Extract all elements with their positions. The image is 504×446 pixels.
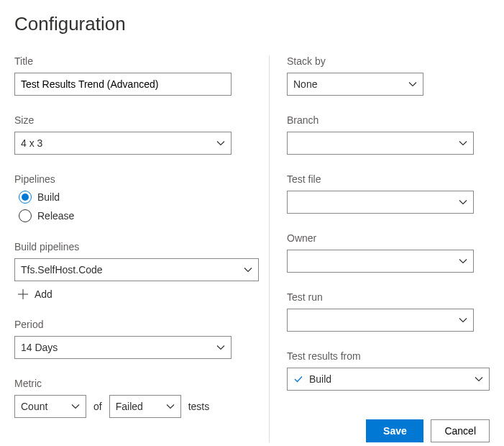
test-file-select[interactable] xyxy=(287,191,474,214)
results-from-label: Test results from xyxy=(287,350,490,362)
chevron-down-icon xyxy=(244,265,252,274)
stack-by-label: Stack by xyxy=(287,55,490,67)
size-value: 4 x 3 xyxy=(21,137,216,149)
build-pipelines-label: Build pipelines xyxy=(14,241,247,252)
size-select[interactable]: 4 x 3 xyxy=(14,132,232,155)
period-label: Period xyxy=(14,319,247,330)
chevron-down-icon xyxy=(459,257,467,265)
plus-icon xyxy=(17,288,29,300)
metric-count-select[interactable]: Count xyxy=(14,395,86,418)
title-input[interactable] xyxy=(14,73,232,96)
test-run-select[interactable] xyxy=(287,309,474,332)
page-title: Configuration xyxy=(14,13,490,35)
build-pipelines-select[interactable]: Tfs.SelfHost.Code xyxy=(14,258,259,281)
build-pipelines-value: Tfs.SelfHost.Code xyxy=(21,264,244,276)
test-run-label: Test run xyxy=(287,291,490,303)
title-label: Title xyxy=(14,55,247,67)
test-run-value xyxy=(293,315,459,325)
owner-label: Owner xyxy=(287,232,490,244)
add-label: Add xyxy=(35,288,52,300)
branch-label: Branch xyxy=(287,114,490,126)
branch-value xyxy=(293,138,459,148)
owner-select[interactable] xyxy=(287,250,474,273)
stack-by-select[interactable]: None xyxy=(287,73,423,96)
pipelines-radio-release[interactable]: Release xyxy=(19,209,247,222)
results-from-value: Build xyxy=(309,373,475,385)
radio-icon xyxy=(19,191,32,204)
radio-icon xyxy=(19,209,32,222)
chevron-down-icon xyxy=(475,375,483,383)
metric-label: Metric xyxy=(14,378,247,389)
chevron-down-icon xyxy=(71,402,80,411)
check-icon xyxy=(293,374,303,384)
chevron-down-icon xyxy=(459,198,467,206)
size-label: Size xyxy=(14,114,247,126)
results-from-select[interactable]: Build xyxy=(287,368,490,391)
test-file-value xyxy=(293,197,459,207)
radio-label-release: Release xyxy=(37,210,74,222)
add-pipeline-button[interactable]: Add xyxy=(17,288,247,300)
chevron-down-icon xyxy=(408,80,417,88)
radio-label-build: Build xyxy=(37,191,60,203)
period-value: 14 Days xyxy=(21,342,216,353)
chevron-down-icon xyxy=(459,316,467,324)
cancel-button[interactable]: Cancel xyxy=(431,419,490,442)
chevron-down-icon xyxy=(459,139,467,147)
pipelines-radio-build[interactable]: Build xyxy=(19,191,247,204)
stack-by-value: None xyxy=(293,78,408,90)
period-select[interactable]: 14 Days xyxy=(14,336,232,359)
owner-value xyxy=(293,256,459,266)
metric-count-value: Count xyxy=(21,401,71,412)
chevron-down-icon xyxy=(216,343,225,352)
save-button[interactable]: Save xyxy=(366,419,423,442)
test-file-label: Test file xyxy=(287,173,490,185)
branch-select[interactable] xyxy=(287,132,474,155)
chevron-down-icon xyxy=(166,402,175,411)
metric-of-text: of xyxy=(93,401,102,412)
metric-tests-text: tests xyxy=(188,401,210,412)
metric-status-select[interactable]: Failed xyxy=(109,395,181,418)
chevron-down-icon xyxy=(216,139,225,147)
metric-status-value: Failed xyxy=(116,401,166,412)
pipelines-label: Pipelines xyxy=(14,173,247,185)
